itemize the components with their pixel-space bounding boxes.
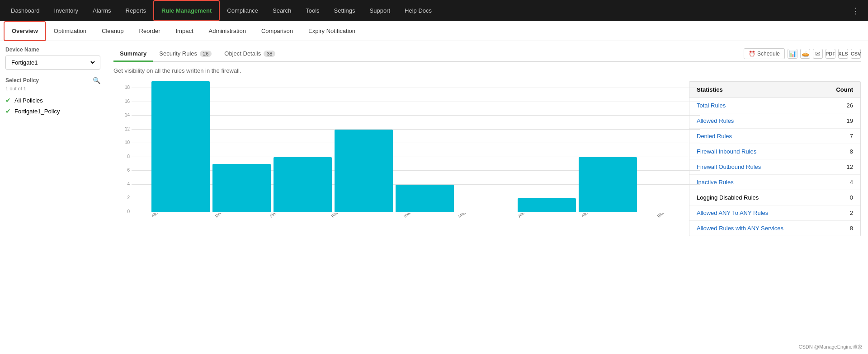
nav-item-alarms[interactable]: Alarms bbox=[85, 0, 118, 21]
stats-count: 4 bbox=[817, 179, 853, 186]
clock-icon: ⏰ bbox=[749, 51, 755, 57]
csv-icon[interactable]: CSV bbox=[851, 49, 861, 59]
subnav-item-cleanup[interactable]: Cleanup bbox=[94, 21, 131, 41]
subnav-item-administration[interactable]: Administration bbox=[201, 21, 254, 41]
subnav-item-comparison[interactable]: Comparison bbox=[254, 21, 301, 41]
tab-object-details-badge: 38 bbox=[264, 51, 275, 57]
stats-label[interactable]: Allowed ANY To ANY Rules bbox=[697, 210, 817, 216]
bar-wrap bbox=[396, 81, 454, 212]
search-icon[interactable]: 🔍 bbox=[93, 77, 100, 84]
subnav-item-expiry[interactable]: Expiry Notification bbox=[301, 21, 363, 41]
stats-row: Inactive Rules 4 bbox=[689, 175, 860, 190]
x-label-wrap: Firewall Outbound Rules bbox=[322, 213, 382, 238]
main-layout: Device Name Fortigate1 Select Policy 🔍 1… bbox=[0, 41, 868, 354]
bar-wrap bbox=[151, 81, 210, 212]
stats-label: Logging Disabled Rules bbox=[697, 194, 817, 201]
x-label: Denied Rules bbox=[214, 213, 236, 219]
stats-row: Firewall Outbound Rules 12 bbox=[689, 159, 860, 175]
bar bbox=[151, 81, 210, 212]
x-label-wrap: Logging Disabled Rules bbox=[448, 213, 509, 238]
policy-item-all[interactable]: ✔ All Policies bbox=[5, 95, 100, 106]
pie-chart-icon[interactable]: 🥧 bbox=[800, 49, 810, 59]
pdf-icon[interactable]: PDF bbox=[826, 49, 835, 59]
tab-security-rules-label: Security Rules bbox=[159, 50, 197, 57]
x-label: Allowed Rules with ANY S. bbox=[580, 213, 620, 219]
x-label-wrap: Allowed Rules bbox=[133, 213, 193, 238]
tab-object-details[interactable]: Object Details 38 bbox=[218, 47, 282, 62]
x-label: Allowed Rules bbox=[151, 213, 173, 219]
x-label-wrap: Firewall Inbound Rules bbox=[259, 213, 320, 238]
nav-item-tools[interactable]: Tools bbox=[298, 0, 326, 21]
stats-label[interactable]: Inactive Rules bbox=[697, 179, 817, 186]
sub-nav: Overview Optimization Cleanup Reorder Im… bbox=[0, 21, 868, 41]
device-name-label: Device Name bbox=[5, 47, 100, 53]
stats-label[interactable]: Firewall Inbound Rules bbox=[697, 148, 817, 155]
nav-item-search[interactable]: Search bbox=[265, 0, 298, 21]
subnav-item-reorder[interactable]: Reorder bbox=[132, 21, 168, 41]
more-menu-icon[interactable]: ⋮ bbox=[847, 6, 864, 16]
x-label-wrap: Bidirection... bbox=[638, 213, 698, 238]
bar-wrap bbox=[457, 81, 515, 212]
bar-wrap bbox=[274, 81, 332, 212]
stats-header-stat: Statistics bbox=[697, 86, 817, 93]
email-icon[interactable]: ✉ bbox=[813, 49, 823, 59]
tab-summary[interactable]: Summary bbox=[113, 47, 153, 62]
schedule-button[interactable]: ⏰ Schedule bbox=[744, 48, 785, 59]
x-label-wrap: Allowed ANY To ANY Rules bbox=[512, 213, 572, 238]
stats-label[interactable]: Allowed Rules bbox=[697, 117, 817, 124]
nav-item-dashboard[interactable]: Dashboard bbox=[4, 0, 47, 21]
x-label: Firewall Inbound Rules bbox=[269, 213, 304, 219]
device-select[interactable]: Fortigate1 bbox=[5, 56, 100, 70]
nav-item-rule-management[interactable]: Rule Management bbox=[153, 0, 220, 21]
stats-count: 19 bbox=[817, 117, 853, 124]
check-icon-fortigate: ✔ bbox=[5, 107, 11, 115]
bar bbox=[335, 130, 393, 212]
top-nav: Dashboard Inventory Alarms Reports Rule … bbox=[0, 0, 868, 21]
x-label-wrap: Inactive Rules bbox=[386, 213, 446, 238]
chart-stats-row: 024681012141618 bbox=[113, 81, 861, 338]
stats-label[interactable]: Firewall Outbound Rules bbox=[697, 163, 817, 170]
xls-icon[interactable]: XLS bbox=[838, 49, 848, 59]
x-label: Logging Disabled Rules bbox=[457, 213, 493, 219]
sidebar: Device Name Fortigate1 Select Policy 🔍 1… bbox=[0, 41, 106, 354]
subtitle: Get visibility on all the rules written … bbox=[113, 67, 861, 74]
stats-row: Firewall Inbound Rules 8 bbox=[689, 144, 860, 159]
bar bbox=[579, 157, 637, 212]
stats-count: 12 bbox=[817, 163, 853, 170]
nav-item-inventory[interactable]: Inventory bbox=[47, 0, 85, 21]
nav-item-compliance[interactable]: Compliance bbox=[220, 0, 265, 21]
bar-wrap bbox=[640, 81, 698, 212]
stats-label[interactable]: Allowed Rules with ANY Services bbox=[697, 225, 817, 232]
nav-item-settings[interactable]: Settings bbox=[327, 0, 363, 21]
policy-label: Select Policy bbox=[5, 77, 39, 84]
stats-label[interactable]: Denied Rules bbox=[697, 133, 817, 140]
nav-item-help-docs[interactable]: Help Docs bbox=[397, 0, 439, 21]
subnav-item-overview[interactable]: Overview bbox=[4, 21, 46, 41]
policy-item-fortigate[interactable]: ✔ Fortigate1_Policy bbox=[5, 106, 100, 116]
stats-count: 2 bbox=[817, 210, 853, 216]
stats-row: Allowed ANY To ANY Rules 2 bbox=[689, 205, 860, 221]
tab-actions: ⏰ Schedule 📊 🥧 ✉ PDF XLS CSV bbox=[744, 48, 861, 59]
stats-label[interactable]: Total Rules bbox=[697, 102, 817, 109]
x-label: Bidirection... bbox=[656, 213, 676, 219]
nav-item-reports[interactable]: Reports bbox=[118, 0, 154, 21]
bar-chart-icon[interactable]: 📊 bbox=[788, 49, 797, 59]
policy-label-all: All Policies bbox=[14, 97, 43, 104]
tab-security-rules[interactable]: Security Rules 26 bbox=[153, 47, 218, 62]
bar-chart: 024681012141618 bbox=[113, 81, 682, 235]
x-label-wrap: Denied Rules bbox=[196, 213, 256, 238]
stats-count: 0 bbox=[817, 194, 853, 201]
subnav-item-optimization[interactable]: Optimization bbox=[46, 21, 94, 41]
stats-header-count: Count bbox=[817, 86, 853, 93]
subnav-item-impact[interactable]: Impact bbox=[168, 21, 201, 41]
bar-wrap bbox=[518, 81, 576, 212]
nav-item-support[interactable]: Support bbox=[363, 0, 398, 21]
x-label-wrap: Allowed Rules with ANY S. bbox=[575, 213, 635, 238]
bar-wrap bbox=[579, 81, 637, 212]
policy-count: 1 out of 1 bbox=[5, 86, 100, 91]
stats-count: 7 bbox=[817, 133, 853, 140]
tabs-bar: Summary Security Rules 26 Object Details… bbox=[113, 47, 861, 62]
device-dropdown[interactable]: Fortigate1 bbox=[9, 59, 96, 66]
main-content: Summary Security Rules 26 Object Details… bbox=[106, 41, 868, 354]
stats-header: Statistics Count bbox=[689, 82, 860, 98]
